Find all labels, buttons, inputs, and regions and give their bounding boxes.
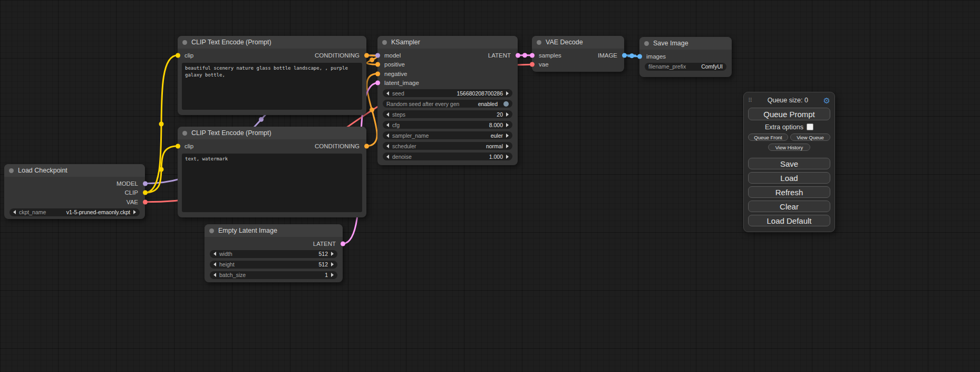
clip-input-dot[interactable] bbox=[176, 144, 180, 148]
steps-widget[interactable]: steps 20 bbox=[383, 110, 512, 118]
right-arrow-icon[interactable] bbox=[506, 123, 509, 127]
left-arrow-icon[interactable] bbox=[386, 155, 389, 159]
seed-widget[interactable]: seed 156680208700286 bbox=[383, 89, 512, 97]
left-arrow-icon[interactable] bbox=[214, 252, 216, 256]
toggle-dot-icon[interactable] bbox=[503, 101, 509, 107]
queue-menu-panel: ⠿ Queue size: 0 ⚙ Queue Prompt Extra opt… bbox=[743, 92, 835, 232]
scheduler-widget[interactable]: scheduler normal bbox=[383, 142, 512, 150]
collapse-dot-icon[interactable] bbox=[644, 41, 649, 46]
node-title-bar[interactable]: KSampler bbox=[377, 36, 518, 49]
samples-input-dot[interactable] bbox=[530, 53, 535, 58]
collapse-dot-icon[interactable] bbox=[382, 40, 387, 45]
output-slot-label: CLIP bbox=[124, 189, 145, 196]
node-title-bar[interactable]: CLIP Text Encode (Prompt) bbox=[178, 127, 366, 139]
latent-image-input-dot[interactable] bbox=[375, 81, 380, 85]
model-output-dot[interactable] bbox=[143, 181, 148, 186]
right-arrow-icon[interactable] bbox=[331, 262, 334, 266]
widget-label: cfg bbox=[392, 122, 400, 128]
latent-output-dot[interactable] bbox=[341, 241, 345, 246]
denoise-widget[interactable]: denoise 1.000 bbox=[383, 152, 512, 160]
positive-input-dot[interactable] bbox=[375, 62, 380, 67]
right-arrow-icon[interactable] bbox=[506, 91, 509, 96]
right-arrow-icon[interactable] bbox=[506, 112, 509, 117]
vae-input-dot[interactable] bbox=[530, 62, 535, 67]
image-output-dot[interactable] bbox=[622, 53, 627, 58]
drag-handle-icon[interactable]: ⠿ bbox=[748, 98, 752, 103]
node-load-checkpoint[interactable]: Load Checkpoint MODEL CLIP VAE ckpt_name… bbox=[4, 164, 145, 219]
widget-label: filename_prefix bbox=[648, 63, 686, 70]
extra-options-label: Extra options bbox=[765, 123, 803, 131]
slot-row: vae bbox=[532, 60, 624, 70]
left-arrow-icon[interactable] bbox=[13, 210, 16, 214]
output-slot-label: IMAGE bbox=[598, 52, 624, 59]
output-slot-label: LATENT bbox=[313, 241, 343, 247]
settings-gear-icon[interactable]: ⚙ bbox=[823, 97, 830, 104]
slot-row: LATENT bbox=[205, 239, 343, 249]
view-queue-button[interactable]: View Queue bbox=[790, 133, 830, 141]
node-vae-decode[interactable]: VAE Decode samples IMAGE vae bbox=[532, 36, 624, 72]
conditioning-output-dot[interactable] bbox=[364, 144, 369, 148]
width-widget[interactable]: width 512 bbox=[210, 250, 337, 258]
left-arrow-icon[interactable] bbox=[386, 123, 389, 127]
right-arrow-icon[interactable] bbox=[506, 133, 509, 138]
view-history-row: View History bbox=[748, 144, 830, 151]
load-button[interactable]: Load bbox=[748, 172, 830, 184]
left-arrow-icon[interactable] bbox=[214, 262, 216, 266]
node-clip-text-encode-negative[interactable]: CLIP Text Encode (Prompt) clip CONDITION… bbox=[178, 127, 366, 217]
extra-options-checkbox[interactable] bbox=[807, 123, 813, 130]
node-title-bar[interactable]: Load Checkpoint bbox=[4, 164, 145, 177]
positive-prompt-textarea[interactable]: beautiful scenery nature glass bottle la… bbox=[182, 63, 362, 110]
collapse-dot-icon[interactable] bbox=[182, 40, 187, 45]
workflow-canvas[interactable]: Load Checkpoint MODEL CLIP VAE ckpt_name… bbox=[0, 0, 980, 372]
left-arrow-icon[interactable] bbox=[386, 144, 389, 148]
collapse-dot-icon[interactable] bbox=[9, 168, 14, 173]
left-arrow-icon[interactable] bbox=[386, 133, 389, 138]
images-input-dot[interactable] bbox=[637, 54, 642, 59]
filename-prefix-widget[interactable]: filename_prefix ComfyUI bbox=[645, 63, 726, 71]
right-arrow-icon[interactable] bbox=[133, 210, 136, 214]
left-arrow-icon[interactable] bbox=[386, 91, 389, 96]
negative-prompt-textarea[interactable]: text, watermark bbox=[182, 154, 362, 212]
node-ksampler[interactable]: KSampler model LATENT positive negative … bbox=[377, 36, 518, 165]
right-arrow-icon[interactable] bbox=[506, 155, 509, 159]
cfg-widget[interactable]: cfg 8.000 bbox=[383, 121, 512, 129]
left-arrow-icon[interactable] bbox=[214, 273, 216, 277]
vae-output-dot[interactable] bbox=[143, 199, 148, 204]
sampler-name-widget[interactable]: sampler_name euler bbox=[383, 131, 512, 139]
negative-input-dot[interactable] bbox=[375, 71, 380, 76]
height-widget[interactable]: height 512 bbox=[210, 261, 337, 269]
node-empty-latent-image[interactable]: Empty Latent Image LATENT width 512 heig… bbox=[205, 224, 343, 282]
queue-front-button[interactable]: Queue Front bbox=[748, 133, 788, 141]
node-title-bar[interactable]: Save Image bbox=[639, 37, 732, 50]
clip-input-dot[interactable] bbox=[176, 53, 180, 58]
node-title: CLIP Text Encode (Prompt) bbox=[191, 129, 271, 137]
random-seed-toggle-widget[interactable]: Random seed after every gen enabled bbox=[383, 100, 512, 108]
node-save-image[interactable]: Save Image images filename_prefix ComfyU… bbox=[639, 37, 732, 77]
view-history-button[interactable]: View History bbox=[768, 144, 810, 151]
right-arrow-icon[interactable] bbox=[331, 252, 334, 256]
ckpt-name-widget[interactable]: ckpt_name v1-5-pruned-emaonly.ckpt bbox=[9, 208, 140, 216]
left-arrow-icon[interactable] bbox=[386, 112, 389, 117]
batch-size-widget[interactable]: batch_size 1 bbox=[210, 271, 337, 279]
right-arrow-icon[interactable] bbox=[506, 144, 509, 148]
widget-label: seed bbox=[392, 90, 404, 97]
node-clip-text-encode-positive[interactable]: CLIP Text Encode (Prompt) clip CONDITION… bbox=[178, 36, 366, 115]
queue-prompt-button[interactable]: Queue Prompt bbox=[748, 108, 830, 120]
save-button[interactable]: Save bbox=[748, 158, 830, 169]
node-title-bar[interactable]: VAE Decode bbox=[532, 36, 624, 49]
latent-output-dot[interactable] bbox=[516, 53, 520, 58]
model-input-dot[interactable] bbox=[375, 53, 380, 58]
right-arrow-icon[interactable] bbox=[331, 273, 334, 277]
load-default-button[interactable]: Load Default bbox=[748, 215, 830, 226]
collapse-dot-icon[interactable] bbox=[182, 131, 187, 136]
node-title-bar[interactable]: CLIP Text Encode (Prompt) bbox=[178, 36, 366, 49]
node-title-bar[interactable]: Empty Latent Image bbox=[205, 224, 343, 237]
widget-value: 8.000 bbox=[489, 122, 503, 128]
collapse-dot-icon[interactable] bbox=[209, 228, 214, 233]
conditioning-output-dot[interactable] bbox=[364, 53, 369, 58]
collapse-dot-icon[interactable] bbox=[537, 40, 541, 45]
node-title: VAE Decode bbox=[546, 39, 583, 46]
clip-output-dot[interactable] bbox=[143, 190, 148, 195]
refresh-button[interactable]: Refresh bbox=[748, 186, 830, 198]
clear-button[interactable]: Clear bbox=[748, 201, 830, 212]
